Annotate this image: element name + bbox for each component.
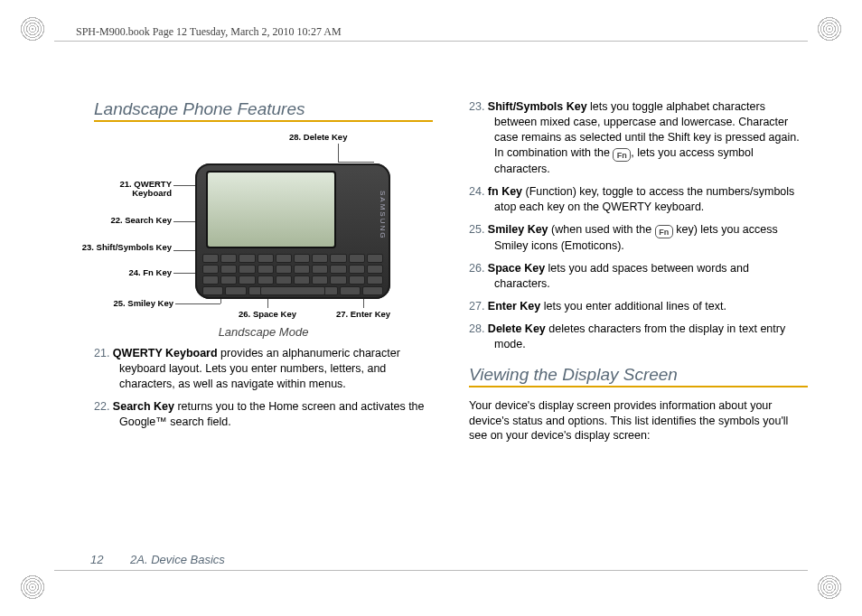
corner-ornament-icon [20, 16, 45, 42]
feature-item: 21. QWERTY Keyboard provides an alphanum… [94, 346, 433, 392]
feature-item: 27. Enter Key lets you enter additional … [469, 299, 808, 314]
feature-item: 28. Delete Key deletes characters from t… [469, 322, 808, 352]
item-term: Delete Key [488, 322, 546, 335]
item-term: Enter Key [488, 300, 540, 313]
feature-list-left: 21. QWERTY Keyboard provides an alphanum… [94, 346, 433, 429]
left-column: Landscape Phone Features 28. Delete Key … [94, 99, 433, 553]
feature-item: 23. Shift/Symbols Key lets you toggle al… [469, 99, 808, 177]
item-term: QWERTY Keyboard [113, 347, 218, 359]
right-column: 23. Shift/Symbols Key lets you toggle al… [469, 99, 808, 553]
fn-key-icon: Fn [655, 225, 673, 238]
spacebar-key [260, 286, 325, 295]
item-number: 23. [469, 100, 488, 113]
feature-item: 25. Smiley Key (when used with the Fn ke… [469, 222, 808, 254]
page-number: 12 [90, 553, 103, 566]
item-number: 21. [94, 347, 113, 359]
section-title-display: Viewing the Display Screen [469, 365, 808, 387]
callout-27: 27. Enter Key [327, 310, 399, 319]
callout-28: 28. Delete Key [289, 133, 347, 142]
book-meta-line: SPH-M900.book Page 12 Tuesday, March 2, … [76, 25, 342, 39]
item-number: 22. [94, 400, 113, 413]
callout-22: 22. Search Key [89, 216, 172, 225]
fn-key-icon: Fn [613, 148, 631, 162]
item-term: Smiley Key [488, 223, 548, 236]
rule-line [54, 41, 808, 42]
item-term: Search Key [113, 400, 174, 413]
corner-ornament-icon [817, 574, 842, 600]
rule-line [54, 570, 808, 571]
callout-26: 26. Space Key [231, 310, 304, 319]
leader-line [175, 303, 220, 304]
corner-ornament-icon [817, 16, 842, 42]
callout-21: 21. QWERTY Keyboard [89, 180, 172, 198]
leader-line [338, 162, 374, 163]
item-term: Shift/Symbols Key [488, 100, 587, 113]
brand-label: SAMSUNG [379, 191, 387, 239]
item-term: Space Key [488, 262, 545, 275]
phone-screen [206, 171, 336, 248]
section-title-landscape: Landscape Phone Features [94, 99, 433, 122]
callout-25: 25. Smiley Key [94, 299, 173, 308]
item-number: 26. [469, 262, 488, 275]
item-number: 25. [469, 223, 488, 236]
feature-item: 22. Search Key returns you to the Home s… [94, 399, 433, 430]
callout-24: 24. Fn Key [114, 268, 172, 277]
display-intro-paragraph: Your device's display screen provides in… [469, 398, 808, 444]
item-number: 24. [469, 185, 488, 198]
feature-item: 24. fn Key (Function) key, toggle to acc… [469, 184, 808, 215]
phone-illustration: SAMSUNG [195, 163, 390, 299]
page-footer: 12 2A. Device Basics [90, 553, 225, 566]
callout-23: 23. Shift/Symbols Key [76, 243, 172, 252]
feature-list-right: 23. Shift/Symbols Key lets you toggle al… [469, 99, 808, 352]
item-number: 28. [469, 322, 488, 335]
landscape-phone-figure: 28. Delete Key 21. QWERTY Keyboard 22. S… [94, 133, 433, 339]
figure-caption: Landscape Mode [94, 325, 433, 339]
item-term: fn Key [488, 185, 522, 198]
corner-ornament-icon [20, 574, 45, 600]
item-number: 27. [469, 300, 488, 313]
leader-line [338, 144, 339, 162]
chapter-label: 2A. Device Basics [130, 553, 225, 566]
page-body: Landscape Phone Features 28. Delete Key … [94, 99, 808, 553]
feature-item: 26. Space Key lets you add spaces betwee… [469, 261, 808, 292]
